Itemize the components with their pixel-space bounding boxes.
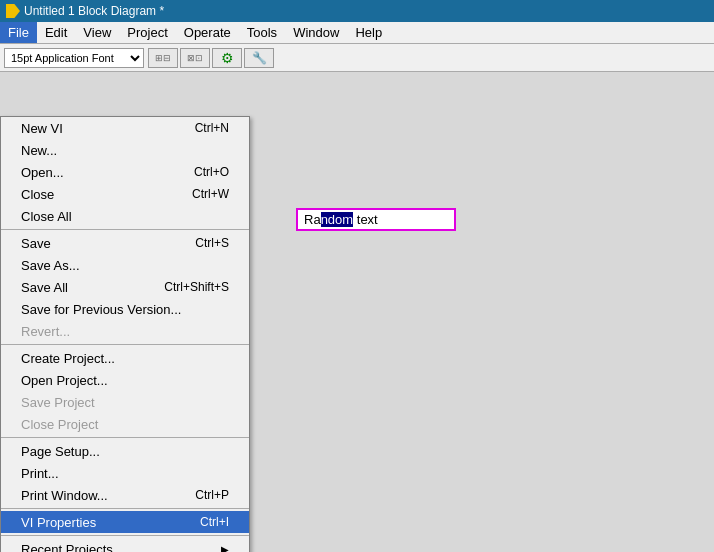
menu-operate[interactable]: Operate (176, 22, 239, 43)
font-select[interactable]: 15pt Application Font (4, 48, 144, 68)
menu-save-all[interactable]: Save All Ctrl+Shift+S (1, 276, 249, 298)
menu-save-label: Save (21, 236, 51, 251)
menu-file[interactable]: File (0, 22, 37, 43)
separator-3 (1, 437, 249, 438)
menu-open[interactable]: Open... Ctrl+O (1, 161, 249, 183)
menu-open-label: Open... (21, 165, 64, 180)
menu-close-project[interactable]: Close Project (1, 413, 249, 435)
menu-save-project-label: Save Project (21, 395, 95, 410)
menu-tools[interactable]: Tools (239, 22, 285, 43)
menu-save-as[interactable]: Save As... (1, 254, 249, 276)
menu-close-all[interactable]: Close All (1, 205, 249, 227)
menu-open-project[interactable]: Open Project... (1, 369, 249, 391)
menu-new-vi-shortcut: Ctrl+N (195, 121, 229, 135)
file-dropdown-menu: New VI Ctrl+N New... Open... Ctrl+O Clos… (0, 116, 250, 552)
menu-save-shortcut: Ctrl+S (195, 236, 229, 250)
random-text-suffix: text (353, 212, 378, 227)
menu-close-label: Close (21, 187, 54, 202)
menu-recent-projects[interactable]: Recent Projects ▶ (1, 538, 249, 552)
menu-new[interactable]: New... (1, 139, 249, 161)
menu-print[interactable]: Print... (1, 462, 249, 484)
menu-bar: File Edit View Project Operate Tools Win… (0, 22, 714, 44)
menu-new-label: New... (21, 143, 57, 158)
submenu-arrow-projects: ▶ (221, 544, 229, 553)
menu-window[interactable]: Window (285, 22, 347, 43)
menu-save[interactable]: Save Ctrl+S (1, 232, 249, 254)
menu-view[interactable]: View (75, 22, 119, 43)
separator-1 (1, 229, 249, 230)
menu-print-window-shortcut: Ctrl+P (195, 488, 229, 502)
menu-close[interactable]: Close Ctrl+W (1, 183, 249, 205)
title-bar: Untitled 1 Block Diagram * (0, 0, 714, 22)
menu-vi-properties-shortcut: Ctrl+I (200, 515, 229, 529)
menu-close-all-label: Close All (21, 209, 72, 224)
separator-2 (1, 344, 249, 345)
menu-new-vi-label: New VI (21, 121, 63, 136)
menu-close-shortcut: Ctrl+W (192, 187, 229, 201)
menu-save-all-label: Save All (21, 280, 68, 295)
menu-create-project-label: Create Project... (21, 351, 115, 366)
app-icon (6, 4, 20, 18)
menu-close-project-label: Close Project (21, 417, 98, 432)
menu-save-project[interactable]: Save Project (1, 391, 249, 413)
menu-new-vi[interactable]: New VI Ctrl+N (1, 117, 249, 139)
menu-edit[interactable]: Edit (37, 22, 75, 43)
menu-save-prev-label: Save for Previous Version... (21, 302, 181, 317)
menu-help[interactable]: Help (347, 22, 390, 43)
toolbar-btn-4[interactable]: 🔧 (244, 48, 274, 68)
menu-project[interactable]: Project (119, 22, 175, 43)
menu-print-window[interactable]: Print Window... Ctrl+P (1, 484, 249, 506)
separator-5 (1, 535, 249, 536)
toolbar-btn-2[interactable]: ⊠⊡ (180, 48, 210, 68)
toolbar-icons: ⊞⊟ ⊠⊡ ⚙ 🔧 (148, 48, 274, 68)
menu-save-prev[interactable]: Save for Previous Version... (1, 298, 249, 320)
menu-revert-label: Revert... (21, 324, 70, 339)
menu-create-project[interactable]: Create Project... (1, 347, 249, 369)
random-text-element[interactable]: Random text (296, 208, 456, 231)
menu-save-all-shortcut: Ctrl+Shift+S (164, 280, 229, 294)
menu-open-shortcut: Ctrl+O (194, 165, 229, 179)
menu-vi-properties[interactable]: VI Properties Ctrl+I (1, 511, 249, 533)
menu-save-as-label: Save As... (21, 258, 80, 273)
separator-4 (1, 508, 249, 509)
toolbar: 15pt Application Font ⊞⊟ ⊠⊡ ⚙ 🔧 (0, 44, 714, 72)
main-area: Random text New VI Ctrl+N New... Open...… (0, 72, 714, 552)
menu-recent-projects-label: Recent Projects (21, 542, 113, 553)
menu-print-label: Print... (21, 466, 59, 481)
title-text: Untitled 1 Block Diagram * (24, 4, 164, 18)
menu-print-window-label: Print Window... (21, 488, 108, 503)
menu-page-setup-label: Page Setup... (21, 444, 100, 459)
random-text-selected: ndom (321, 212, 354, 227)
toolbar-btn-3[interactable]: ⚙ (212, 48, 242, 68)
menu-page-setup[interactable]: Page Setup... (1, 440, 249, 462)
menu-vi-properties-label: VI Properties (21, 515, 96, 530)
random-text-prefix: Ra (304, 212, 321, 227)
toolbar-btn-1[interactable]: ⊞⊟ (148, 48, 178, 68)
menu-revert[interactable]: Revert... (1, 320, 249, 342)
menu-open-project-label: Open Project... (21, 373, 108, 388)
